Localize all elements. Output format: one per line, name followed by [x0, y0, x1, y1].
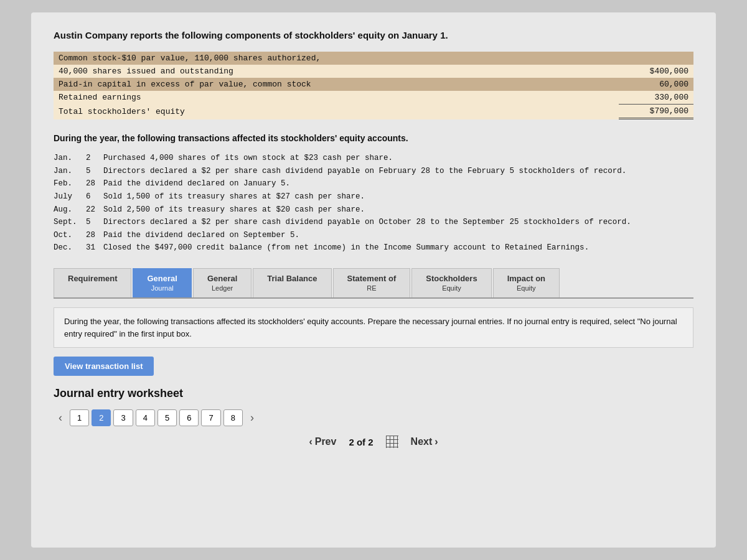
tx-day: 5: [86, 216, 103, 229]
transaction-row: Oct.28Paid the dividend declared on Sept…: [54, 229, 693, 242]
tab-trial-balance[interactable]: Trial Balance: [253, 268, 331, 297]
grid-icon: [386, 436, 398, 448]
tab-statement-re[interactable]: Statement ofRE: [333, 268, 411, 297]
tx-month: Sept.: [54, 216, 86, 229]
equity-label: 40,000 shares issued and outstanding: [54, 65, 619, 78]
ws-page-1[interactable]: 1: [70, 409, 89, 426]
page-info: 2 of 2: [349, 437, 373, 447]
tx-content: Directors declared a $2 per share cash d…: [103, 216, 693, 229]
equity-label: Paid-in capital in excess of par value, …: [54, 78, 619, 91]
transactions-list: Jan.2Purchased 4,000 shares of its own s…: [54, 152, 693, 254]
equity-amount: 60,000: [619, 78, 693, 91]
bottom-nav: ‹ Prev 2 of 2 Next ›: [54, 436, 693, 448]
tx-content: Paid the dividend declared on January 5.: [103, 177, 693, 190]
tab-requirement[interactable]: Requirement: [54, 268, 131, 297]
ws-page-3[interactable]: 3: [113, 409, 133, 426]
tx-month: Feb.: [54, 177, 86, 190]
prev-chevron-icon: ‹: [309, 436, 312, 447]
tx-content: Purchased 4,000 shares of its own stock …: [103, 152, 693, 165]
during-year-title: During the year, the following transacti…: [54, 133, 693, 143]
tx-month: Oct.: [54, 229, 86, 242]
transaction-row: Feb.28Paid the dividend declared on Janu…: [54, 177, 693, 190]
tx-month: Jan.: [54, 152, 86, 165]
equity-table: Common stock-$10 par value, 110,000 shar…: [54, 52, 693, 119]
ws-next-btn[interactable]: ›: [245, 409, 259, 427]
equity-label: Total stockholders' equity: [54, 105, 619, 119]
equity-amount: [619, 52, 693, 65]
tx-day: 6: [86, 190, 103, 203]
transaction-row: Aug.22Sold 2,500 of its treasury shares …: [54, 203, 693, 217]
ws-page-4[interactable]: 4: [136, 409, 155, 426]
ws-prev-btn[interactable]: ‹: [54, 409, 67, 427]
equity-label: Retained earnings: [54, 91, 619, 105]
ws-page-8[interactable]: 8: [223, 409, 243, 426]
tx-content: Paid the dividend declared on September …: [103, 229, 693, 242]
ws-page-2[interactable]: 2: [92, 409, 111, 426]
ws-page-5[interactable]: 5: [157, 409, 177, 426]
tabs-row: RequirementGeneralJournalGeneralLedgerTr…: [54, 268, 693, 299]
tab-general-ledger[interactable]: GeneralLedger: [193, 268, 251, 297]
prev-button[interactable]: ‹ Prev: [309, 436, 336, 447]
instruction-box: During the year, the following transacti…: [54, 307, 693, 348]
next-label: Next: [411, 436, 433, 447]
main-title: Austin Company reports the following com…: [54, 30, 693, 40]
tx-day: 28: [86, 229, 103, 242]
tx-day: 22: [86, 203, 103, 217]
tab-impact-on-equity[interactable]: Impact onEquity: [493, 268, 560, 297]
tx-content: Sold 2,500 of its treasury shares at $20…: [103, 203, 693, 217]
tx-month: Aug.: [54, 203, 86, 217]
equity-label: Common stock-$10 par value, 110,000 shar…: [54, 52, 619, 65]
worksheet-pagination: ‹12345678›: [54, 409, 693, 427]
tx-month: Jan.: [54, 165, 86, 178]
tx-day: 31: [86, 241, 103, 254]
transaction-row: July6Sold 1,500 of its treasury shares a…: [54, 190, 693, 203]
ws-page-6[interactable]: 6: [179, 409, 199, 426]
prev-label: Prev: [315, 436, 337, 447]
tab-general-journal[interactable]: GeneralJournal: [133, 268, 191, 297]
tx-month: Dec.: [54, 241, 86, 254]
journal-worksheet-title: Journal entry worksheet: [54, 387, 693, 400]
equity-amount: $790,000: [619, 105, 693, 119]
transaction-row: Sept.5Directors declared a $2 per share …: [54, 216, 693, 229]
transaction-row: Jan.2Purchased 4,000 shares of its own s…: [54, 152, 693, 165]
tx-content: Closed the $497,000 credit balance (from…: [103, 241, 693, 254]
view-transaction-button[interactable]: View transaction list: [54, 357, 154, 376]
transaction-row: Jan.5Directors declared a $2 per share c…: [54, 165, 693, 178]
tx-content: Directors declared a $2 per share cash d…: [103, 165, 693, 178]
ws-page-7[interactable]: 7: [201, 409, 220, 426]
tx-month: July: [54, 190, 86, 203]
tx-content: Sold 1,500 of its treasury shares at $27…: [103, 190, 693, 203]
page-container: Austin Company reports the following com…: [31, 12, 716, 548]
next-button[interactable]: Next ›: [411, 436, 438, 447]
tx-day: 5: [86, 165, 103, 178]
tab-stockholders-equity[interactable]: StockholdersEquity: [411, 268, 491, 297]
transaction-row: Dec.31Closed the $497,000 credit balance…: [54, 241, 693, 254]
tx-day: 2: [86, 152, 103, 165]
tx-day: 28: [86, 177, 103, 190]
next-chevron-icon: ›: [435, 436, 438, 447]
equity-amount: $400,000: [619, 65, 693, 78]
equity-amount: 330,000: [619, 91, 693, 105]
